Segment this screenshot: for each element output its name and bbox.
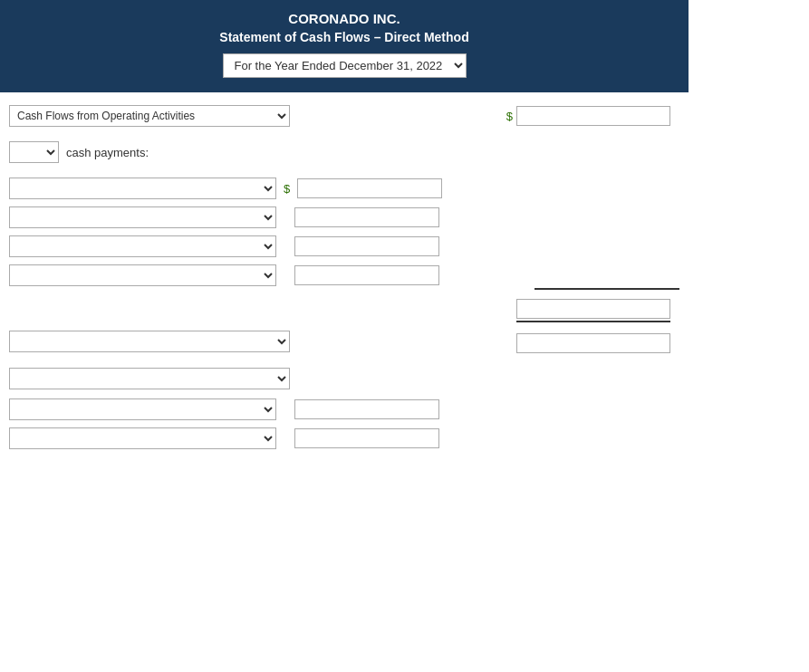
underline-bar [535,288,679,290]
payment-dropdown-3[interactable] [9,235,276,257]
payment-dropdown-2[interactable] [9,206,276,228]
dollar-sign-2: $ [284,182,290,196]
cash-payments-prefix-dropdown[interactable] [9,141,59,163]
section2-input[interactable] [516,333,670,353]
bottom-dropdown-2[interactable] [9,427,276,449]
subtotal-underline [516,321,670,322]
payment-dropdown-4[interactable] [9,264,276,286]
bottom-dropdown-1[interactable] [9,398,276,420]
payment-row-1: $ [9,178,679,199]
bottom-rows [9,398,679,449]
payment-dropdown-1[interactable] [9,178,276,199]
payment-row-2 [9,206,679,228]
subtotal-inputs [516,299,670,322]
section2-dropdown[interactable] [9,331,290,352]
payment-rows: $ [9,178,679,290]
bottom-row-2 [9,427,679,449]
payment-input-2[interactable] [294,207,439,227]
payment-input-1[interactable] [297,178,442,198]
payment-input-4[interactable] [294,265,439,285]
subtotal-area [9,299,679,322]
underline-4 [9,288,679,290]
top-input[interactable] [516,106,670,126]
subtotal-input-1[interactable] [516,299,670,319]
payment-row-4 [9,264,679,286]
payment-input-3[interactable] [294,236,439,256]
bottom-input-2[interactable] [294,428,439,448]
cash-payments-row: cash payments: [9,141,679,163]
payment-row-3 [9,235,679,257]
section3-dropdown[interactable] [9,368,290,389]
section-top-row: Cash Flows from Operating Activities Cas… [9,105,679,127]
section2-row [9,330,679,353]
year-dropdown-wrapper[interactable]: For the Year Ended December 31, 2022 For… [223,53,467,78]
bottom-input-1[interactable] [294,399,439,419]
year-dropdown[interactable]: For the Year Ended December 31, 2022 For… [223,53,467,78]
section-dropdown[interactable]: Cash Flows from Operating Activities Cas… [9,105,290,127]
header: CORONADO INC. Statement of Cash Flows – … [0,0,689,92]
top-right-input-group: $ [506,106,670,126]
section3-wrapper [9,368,679,449]
cash-payments-label: cash payments: [66,146,149,159]
report-subtitle: Statement of Cash Flows – Direct Method [18,30,670,44]
main-content: Cash Flows from Operating Activities Cas… [0,92,689,462]
dollar-sign-1: $ [506,110,513,123]
bottom-row-1 [9,398,679,420]
payment-row-4-wrapper [9,264,679,290]
company-name: CORONADO INC. [18,11,670,26]
